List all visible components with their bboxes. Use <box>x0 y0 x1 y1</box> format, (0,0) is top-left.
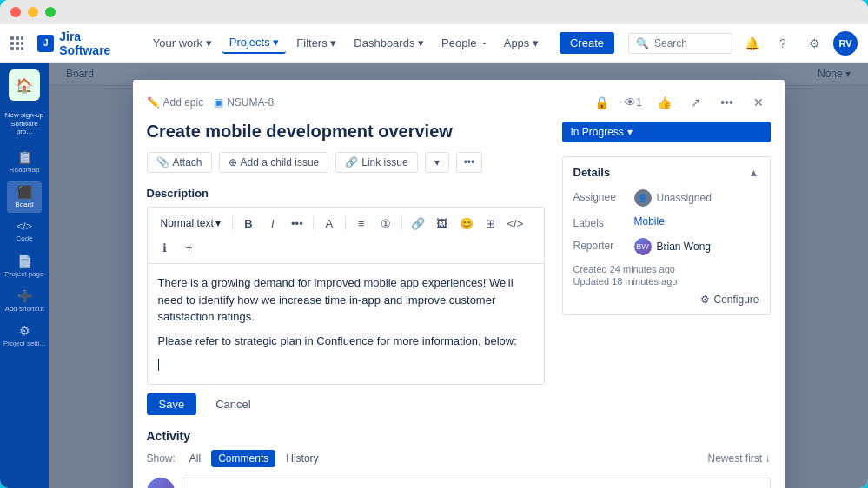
board-icon: ⬛ <box>17 185 32 199</box>
emoji-button[interactable]: 😊 <box>456 213 477 234</box>
details-panel: Details ▲ Assignee 👤 Unassigned <box>562 156 771 315</box>
more-formatting-button[interactable]: ••• <box>287 213 308 234</box>
modal-topbar-left: ✏️ Add epic ▣ NSUMA-8 <box>147 96 275 109</box>
close-modal-button[interactable]: ✕ <box>746 90 771 115</box>
mac-titlebar <box>0 0 868 24</box>
nav-right: 🔍 Search 🔔 ? ⚙ RV <box>628 31 858 56</box>
table-button[interactable]: ⊞ <box>480 213 501 234</box>
info-button[interactable]: ℹ <box>155 237 176 258</box>
reporter-avatar: BW <box>634 238 652 255</box>
link-button[interactable]: 🔗 <box>407 213 428 234</box>
thumbsup-button[interactable]: 👍 <box>653 90 677 115</box>
sidebar-item-roadmap[interactable]: 📋 Roadmap <box>7 147 42 178</box>
nav-people[interactable]: People ~ <box>434 33 494 53</box>
share-button[interactable]: ↗ <box>684 90 708 115</box>
minimize-button[interactable] <box>28 7 38 17</box>
grid-icon[interactable] <box>10 36 23 50</box>
nav-filters[interactable]: Filters ▾ <box>289 33 343 53</box>
tab-history[interactable]: History <box>279 450 325 467</box>
insert-more-button[interactable]: + <box>179 237 200 258</box>
tab-all[interactable]: All <box>182 450 208 467</box>
settings-icon[interactable]: ⚙ <box>802 31 826 56</box>
issue-title: Create mobile development overview <box>147 122 545 142</box>
activity-section: Activity Show: All Comments History Newe… <box>133 429 785 488</box>
newest-first[interactable]: Newest first ↓ <box>707 452 770 465</box>
description-paragraph-2: Please refer to strategic plan in Conflu… <box>158 333 533 350</box>
labels-value[interactable]: Mobile <box>634 215 759 228</box>
user-avatar[interactable]: RV <box>833 31 858 56</box>
modal-actions: 📎 Attach ⊕ Add a child issue 🔗 Link issu <box>147 152 545 173</box>
content-area: Board None ▾ ✏️ Add epic <box>49 63 868 488</box>
reporter-row: Reporter BW Brian Wong <box>573 238 759 255</box>
nav-projects[interactable]: Projects ▾ <box>222 32 287 54</box>
pencil-icon: ✏️ <box>147 96 160 109</box>
story-icon: ▣ <box>214 96 223 109</box>
cancel-button[interactable]: Cancel <box>203 393 262 415</box>
nav-apps[interactable]: Apps ▾ <box>497 33 546 53</box>
nav-dashboards[interactable]: Dashboards ▾ <box>347 33 431 53</box>
reporter-value[interactable]: BW Brian Wong <box>634 238 759 255</box>
project-icon[interactable]: 🏠 <box>9 69 40 101</box>
description-paragraph-1: There is a growing demand for improved m… <box>158 274 533 326</box>
lock-icon[interactable]: 🔒 <box>590 90 614 115</box>
sidebar-item-project-settings[interactable]: ⚙ Project setti... <box>7 320 42 352</box>
text-color-button[interactable]: A <box>319 213 340 234</box>
sidebar-item-project-pages[interactable]: 📄 Project page <box>7 251 42 282</box>
maximize-button[interactable] <box>45 7 56 17</box>
child-icon: ⊕ <box>229 156 237 168</box>
nav-your-work[interactable]: Your work ▾ <box>146 33 219 53</box>
save-button[interactable]: Save <box>147 393 197 415</box>
issue-key: NSUMA-8 <box>227 96 274 109</box>
close-button[interactable] <box>10 7 21 17</box>
sidebar-item-board[interactable]: ⬛ Board <box>7 181 42 213</box>
issue-modal: ✏️ Add epic ▣ NSUMA-8 🔒 👁 <box>133 80 785 488</box>
epic-tag[interactable]: ✏️ Add epic <box>147 96 204 109</box>
more-actions-button[interactable]: ••• <box>715 90 739 115</box>
help-icon[interactable]: ? <box>771 31 795 56</box>
more-button[interactable]: ••• <box>456 152 483 173</box>
bold-button[interactable]: B <box>238 213 259 234</box>
activity-title: Activity <box>147 429 771 443</box>
toolbar-divider-2 <box>313 216 314 230</box>
topnav: J Jira Software Your work ▾ Projects ▾ F… <box>0 24 868 63</box>
text-style-select[interactable]: Normal text ▾ <box>155 214 227 232</box>
settings-sidebar-icon: ⚙ <box>19 324 30 338</box>
link-issue-button[interactable]: 🔗 Link issue <box>335 152 417 173</box>
modal-topbar: ✏️ Add epic ▣ NSUMA-8 🔒 👁 <box>133 80 785 122</box>
numbered-list-button[interactable]: ① <box>375 213 396 234</box>
label-mobile[interactable]: Mobile <box>634 215 665 228</box>
sidebar-item-code[interactable]: </> Code <box>7 216 42 247</box>
nav-logo[interactable]: J Jira Software <box>37 30 132 57</box>
watch-button[interactable]: 👁 1 <box>621 90 646 115</box>
sidebar-item-add-shortcut[interactable]: ➕ Add shortcut <box>7 286 42 317</box>
modal-body: Create mobile development overview 📎 Att… <box>133 122 785 429</box>
comment-input[interactable]: Add a comment... <box>182 478 771 488</box>
search-placeholder: Search <box>654 37 687 49</box>
details-title: Details <box>573 166 611 179</box>
image-button[interactable]: 🖼 <box>432 213 453 234</box>
add-child-issue-button[interactable]: ⊕ Add a child issue <box>219 152 329 173</box>
link-dropdown-button[interactable]: ▾ <box>425 152 449 173</box>
assignee-value[interactable]: 👤 Unassigned <box>634 189 759 207</box>
pages-icon: 📄 <box>17 254 32 268</box>
board-label: Board <box>15 201 33 208</box>
notifications-icon[interactable]: 🔔 <box>739 31 764 56</box>
attach-button[interactable]: 📎 Attach <box>147 152 212 173</box>
create-button[interactable]: Create <box>560 32 614 54</box>
editor-content[interactable]: There is a growing demand for improved m… <box>147 263 545 385</box>
labels-label: Labels <box>573 215 634 229</box>
mac-window: J Jira Software Your work ▾ Projects ▾ F… <box>0 0 868 488</box>
search-box[interactable]: 🔍 Search <box>628 33 732 54</box>
tab-comments[interactable]: Comments <box>211 450 275 467</box>
italic-button[interactable]: I <box>262 213 283 234</box>
collapse-icon[interactable]: ▲ <box>749 167 759 179</box>
eye-icon: 👁 <box>624 96 636 109</box>
timestamps: Created 24 minutes ago Updated 18 minute… <box>573 264 759 287</box>
reporter-label: Reporter <box>573 238 634 252</box>
issue-key-tag[interactable]: ▣ NSUMA-8 <box>214 96 274 109</box>
configure-link[interactable]: ⚙ Configure <box>573 293 759 306</box>
status-button[interactable]: In Progress ▾ <box>562 122 771 142</box>
bullet-list-button[interactable]: ≡ <box>351 213 372 234</box>
code-block-button[interactable]: </> <box>505 213 526 234</box>
commenter-avatar <box>147 478 175 488</box>
